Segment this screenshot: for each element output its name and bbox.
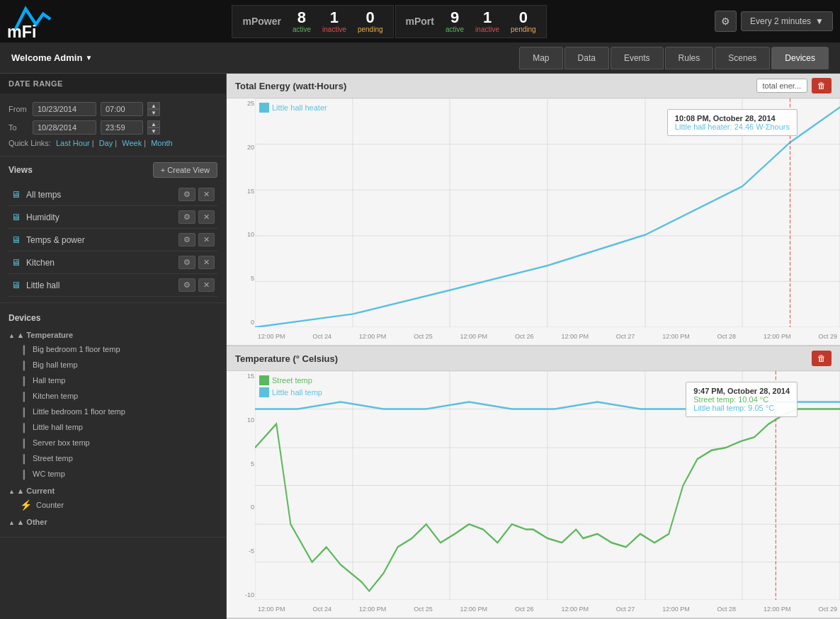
- temp-chart-header: Temperature (° Celsius) 🗑: [227, 346, 840, 371]
- view-icon-0: 🖥: [11, 189, 21, 200]
- view-settings-btn-1[interactable]: ⚙: [178, 210, 195, 224]
- temp-delete-button[interactable]: 🗑: [812, 351, 832, 366]
- energy-tooltip-title: 10:08 PM, October 28, 2014: [675, 114, 790, 123]
- energy-tooltip-value: Little hall heater: 24.46 W·Σhours: [675, 123, 790, 131]
- from-spin-up[interactable]: ▲: [147, 102, 160, 109]
- view-settings-btn-4[interactable]: ⚙: [178, 278, 195, 292]
- view-icon-2: 🖥: [11, 234, 21, 245]
- device-bullet-0-7: ❙: [20, 453, 28, 464]
- content-area: Total Energy (watt·Hours) total ener... …: [227, 74, 840, 619]
- view-delete-btn-3[interactable]: ✕: [198, 256, 215, 269]
- device-category-2: ▲ Other: [8, 516, 217, 528]
- to-spin-down[interactable]: ▼: [147, 127, 160, 135]
- svg-text:mFi: mFi: [7, 23, 36, 40]
- to-date-input[interactable]: [33, 120, 96, 135]
- temp-chart-title: Temperature (° Celsius): [235, 353, 812, 364]
- mpower-label: mPower: [242, 16, 280, 27]
- quick-link-day[interactable]: Day: [99, 139, 113, 147]
- temp-x-labels: 12:00 PM Oct 24 12:00 PM Oct 25 12:00 PM…: [255, 600, 840, 618]
- quick-link-week[interactable]: Week: [122, 139, 142, 147]
- from-spinner: ▲ ▼: [147, 102, 160, 116]
- device-item-0-0[interactable]: ❙Big bedroom 1 floor temp: [8, 341, 217, 357]
- view-item-3[interactable]: 🖥 Kitchen ⚙ ✕: [8, 251, 217, 274]
- mpower-pending: 0 pending: [358, 10, 383, 33]
- view-settings-btn-3[interactable]: ⚙: [178, 256, 195, 269]
- device-cat-label-2[interactable]: ▲ Other: [8, 516, 217, 528]
- device-cat-label-1[interactable]: ▲ Current: [8, 484, 217, 497]
- view-delete-btn-0[interactable]: ✕: [198, 188, 215, 201]
- from-date-input[interactable]: [33, 102, 96, 116]
- device-item-0-8[interactable]: ❙WC temp: [8, 466, 217, 482]
- view-delete-btn-1[interactable]: ✕: [198, 210, 215, 224]
- tab-map[interactable]: Map: [519, 47, 562, 69]
- temp-chart-area: 15 10 5 0 -5 -10: [227, 371, 840, 618]
- device-bullet-0-4: ❙: [20, 406, 28, 417]
- device-item-1-0[interactable]: ⚡Counter: [8, 497, 217, 513]
- tab-events[interactable]: Events: [611, 47, 664, 69]
- gear-button[interactable]: ⚙: [715, 11, 737, 32]
- temp-tooltip-title: 9:47 PM, October 28, 2014: [693, 387, 790, 395]
- to-label: To: [8, 123, 28, 132]
- temp-y-labels: 15 10 5 0 -5 -10: [227, 371, 255, 600]
- energy-delete-button[interactable]: 🗑: [812, 78, 832, 93]
- view-name-1: Humidity: [26, 212, 178, 222]
- from-row: From ▲ ▼: [8, 102, 217, 116]
- view-settings-btn-2[interactable]: ⚙: [178, 233, 195, 246]
- device-bullet-0-3: ❙: [20, 390, 28, 402]
- views-header: Views + Create View: [8, 162, 217, 178]
- from-spin-down[interactable]: ▼: [147, 109, 160, 116]
- device-bullet-1-0: ⚡: [20, 499, 32, 511]
- device-item-0-7[interactable]: ❙Street temp: [8, 450, 217, 466]
- device-cat-label-0[interactable]: ▲ Temperature: [8, 329, 217, 341]
- view-item-2[interactable]: 🖥 Temps & power ⚙ ✕: [8, 229, 217, 251]
- devices-section: Devices ▲ Temperature❙Big bedroom 1 floo…: [0, 303, 226, 538]
- energy-chart-header: Total Energy (watt·Hours) total ener... …: [227, 74, 840, 98]
- energy-filter-button[interactable]: total ener...: [756, 79, 807, 93]
- view-delete-btn-2[interactable]: ✕: [198, 233, 215, 246]
- view-actions-3: ⚙ ✕: [178, 256, 215, 269]
- view-delete-btn-4[interactable]: ✕: [198, 278, 215, 292]
- view-actions-4: ⚙ ✕: [178, 278, 215, 292]
- view-icon-1: 🖥: [11, 212, 21, 222]
- device-bullet-0-5: ❙: [20, 421, 28, 433]
- device-item-0-5[interactable]: ❙Little hall temp: [8, 419, 217, 435]
- view-item-1[interactable]: 🖥 Humidity ⚙ ✕: [8, 206, 217, 229]
- energy-svg-container: Little hall heater 10:08 PM, October 28,…: [255, 98, 840, 327]
- from-time-input[interactable]: [101, 102, 143, 116]
- refresh-area: ⚙ Every 2 minutes ▼: [715, 11, 833, 32]
- view-actions-1: ⚙ ✕: [178, 210, 215, 224]
- date-range-title: Date Range: [0, 74, 226, 93]
- view-item-0[interactable]: 🖥 All temps ⚙ ✕: [8, 183, 217, 206]
- tab-data[interactable]: Data: [564, 47, 609, 69]
- device-item-0-3[interactable]: ❙Kitchen temp: [8, 388, 217, 404]
- refresh-dropdown[interactable]: Every 2 minutes ▼: [741, 11, 833, 31]
- create-view-button[interactable]: + Create View: [153, 162, 217, 178]
- navbar: Welcome Admin ▼ Map Data Events Rules Sc…: [0, 42, 840, 74]
- device-item-0-4[interactable]: ❙Little bedroom 1 floor temp: [8, 404, 217, 419]
- view-settings-btn-0[interactable]: ⚙: [178, 188, 195, 201]
- view-actions-0: ⚙ ✕: [178, 188, 215, 201]
- mport-group: mPort 9 active 1 inactive 0 pending: [395, 5, 547, 38]
- quick-link-last-hour[interactable]: Last Hour: [56, 139, 90, 147]
- device-item-0-6[interactable]: ❙Server box temp: [8, 435, 217, 450]
- energy-chart-title: Total Energy (watt·Hours): [235, 81, 756, 91]
- views-list: 🖥 All temps ⚙ ✕ 🖥 Humidity ⚙ ✕ 🖥 Temps &…: [8, 183, 217, 297]
- temp-legend: Street temp Little hall temp: [259, 375, 322, 397]
- mpower-inactive: 1 inactive: [322, 10, 346, 33]
- device-item-0-2[interactable]: ❙Hall temp: [8, 373, 217, 388]
- tab-devices[interactable]: Devices: [771, 47, 829, 69]
- device-category-0: ▲ Temperature❙Big bedroom 1 floor temp❙B…: [8, 329, 217, 482]
- device-item-0-1[interactable]: ❙Big hall temp: [8, 357, 217, 373]
- temp-svg-container: Street temp Little hall temp 9:47 PM, Oc…: [255, 371, 840, 600]
- to-time-input[interactable]: [101, 120, 143, 135]
- device-bullet-0-6: ❙: [20, 437, 28, 448]
- tab-rules[interactable]: Rules: [665, 47, 714, 69]
- view-item-4[interactable]: 🖥 Little hall ⚙ ✕: [8, 274, 217, 297]
- energy-chart-area: 25 20 15 10 5 0: [227, 98, 840, 345]
- to-spin-up[interactable]: ▲: [147, 120, 160, 127]
- logo: mFi: [7, 0, 64, 44]
- quick-link-month[interactable]: Month: [151, 139, 173, 147]
- energy-legend: Little hall heater: [259, 103, 327, 113]
- tab-scenes[interactable]: Scenes: [715, 47, 770, 69]
- view-name-4: Little hall: [26, 280, 178, 290]
